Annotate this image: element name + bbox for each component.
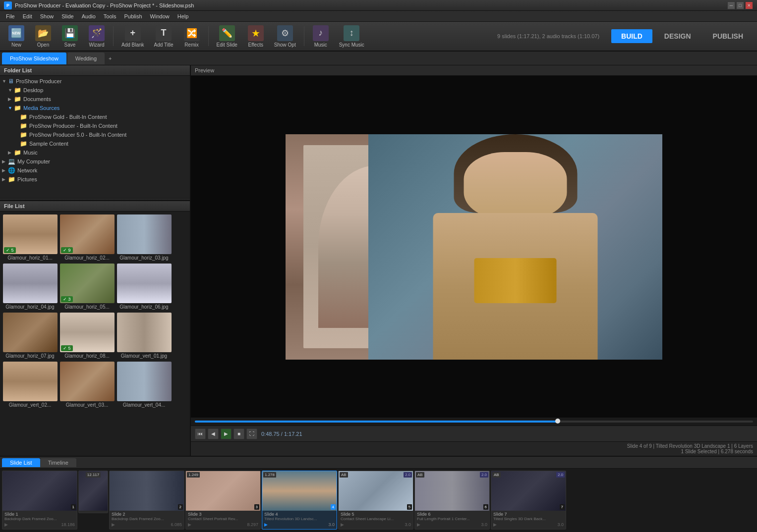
close-button[interactable]: ✕: [745, 1, 753, 9]
menu-audio[interactable]: Audio: [78, 12, 100, 20]
tree-item-sample[interactable]: 📁 Sample Content: [0, 139, 190, 148]
step-back-button[interactable]: ◀: [208, 428, 219, 439]
slide-item-1[interactable]: 1 Slide 1 Backdrop Dark Framed Zoo... ▶ …: [2, 471, 77, 530]
add-title-button[interactable]: T Add Title: [150, 23, 177, 50]
slide-item-3[interactable]: 1.249 3 Slide 3 Contact Sheet Portrait R…: [185, 471, 261, 530]
minimize-button[interactable]: ─: [727, 1, 735, 9]
tree-label-my-computer: My Computer: [17, 159, 50, 164]
file-thumb-glamour-vert-01: [117, 313, 172, 352]
folder-tree[interactable]: ▼ 🖥 ProShow Producer ▼ 📁 Desktop ▶ 📁 Doc…: [0, 76, 190, 198]
slide-item-5[interactable]: AB 5 2.0 Slide 5 Contact Sheet Landscape…: [338, 471, 413, 530]
tree-arrow-network: ▶: [2, 168, 8, 173]
tree-item-music[interactable]: ▶ 📁 Music: [0, 148, 190, 157]
edit-slide-icon: ✏️: [219, 25, 235, 41]
remix-button[interactable]: 🔀 Remix: [179, 23, 204, 50]
folder-icon-pictures: 📁: [8, 176, 15, 183]
effects-button[interactable]: ★ Effects: [243, 23, 268, 50]
tree-item-desktop[interactable]: ▼ 📁 Desktop: [0, 86, 190, 95]
file-item-glamour-01[interactable]: ✓ 5 Glamour_horiz_01...: [2, 213, 58, 262]
folder-icon-music: 📁: [14, 149, 21, 156]
tab-add-button[interactable]: +: [105, 53, 116, 63]
tree-item-proshow-builtin[interactable]: 📁 ProShow Producer - Built-In Content: [0, 121, 190, 130]
preview-progress-bar[interactable]: [195, 421, 753, 423]
add-blank-button[interactable]: + Add Blank: [117, 23, 148, 50]
slide-item-4[interactable]: 1.278 4 Slide 4 Tilted Revolution 3D Lan…: [262, 471, 337, 530]
save-button[interactable]: 💾 Save: [58, 23, 82, 50]
edit-slide-button[interactable]: ✏️ Edit Slide: [213, 23, 241, 50]
slide-item-2[interactable]: 2 Slide 2 Backdrop Dark Framed Zoo... ▶ …: [109, 471, 184, 530]
file-item-glamour-08[interactable]: ✓ 5 Glamour_horiz_08...: [59, 312, 115, 360]
file-item-glamour-03[interactable]: Glamour_horiz_03.jpg: [116, 213, 172, 262]
file-item-glamour-04[interactable]: Glamour_horiz_04.jpg: [2, 263, 58, 311]
open-button[interactable]: 📂 Open: [31, 23, 56, 50]
wizard-button[interactable]: 🪄 Wizard: [84, 23, 109, 50]
fullscreen-button[interactable]: ⛶: [246, 428, 257, 439]
tree-item-proshow-50[interactable]: 📁 ProShow Producer 5.0 - Built-In Conten…: [0, 130, 190, 139]
menu-show[interactable]: Show: [36, 12, 58, 20]
file-item-glamour-06[interactable]: Glamour_horiz_06.jpg: [116, 263, 172, 311]
slide-item-6[interactable]: AB 6 2.0 Slide 6 Full Length Portrait 1 …: [414, 471, 490, 530]
menu-help[interactable]: Help: [174, 12, 193, 20]
window-controls[interactable]: ─ □ ✕: [727, 1, 753, 9]
publish-mode-button[interactable]: PUBLISH: [703, 29, 753, 43]
slide-play-3: ▶: [188, 522, 191, 527]
menu-file[interactable]: File: [2, 12, 19, 20]
menu-window[interactable]: Window: [146, 12, 174, 20]
slide-badge-3: 3: [254, 504, 259, 510]
slide-title-3: Slide 3: [188, 512, 258, 517]
design-mode-button[interactable]: DESIGN: [654, 29, 701, 43]
preview-progress-container[interactable]: [191, 418, 757, 426]
tree-item-network[interactable]: ▶ 🌐 Network: [0, 166, 190, 175]
music-button[interactable]: ♪ Music: [308, 23, 333, 50]
slide-title-7: Slide 7: [493, 512, 564, 517]
tab-slide-list[interactable]: Slide List: [2, 458, 40, 467]
play-button[interactable]: ▶: [221, 428, 232, 439]
tree-arrow-docs: ▶: [8, 97, 14, 102]
tree-item-proshow-producer[interactable]: ▼ 🖥 ProShow Producer: [0, 77, 190, 86]
toolbar: 🆕 New 📂 Open 💾 Save 🪄 Wizard + Add Blank…: [0, 22, 757, 52]
tree-label-network: Network: [17, 167, 37, 173]
sync-music-button[interactable]: ↕ Sync Music: [335, 23, 368, 50]
tree-arrow-music: ▶: [8, 150, 14, 155]
tree-item-proshow-gold[interactable]: 📁 ProShow Gold - Built-In Content: [0, 112, 190, 121]
preview-canvas: [286, 134, 662, 360]
tree-item-pictures[interactable]: ▶ 📁 Pictures: [0, 175, 190, 184]
menu-edit[interactable]: Edit: [19, 12, 36, 20]
file-item-glamour-vert-02[interactable]: Glamour_vert_02...: [2, 361, 58, 409]
show-opt-button[interactable]: ⚙ Show Opt: [270, 23, 300, 50]
tree-item-documents[interactable]: ▶ 📁 Documents: [0, 95, 190, 104]
file-thumb-glamour-06: [117, 264, 172, 303]
new-label: New: [11, 42, 21, 48]
music-icon: ♪: [313, 25, 329, 41]
file-item-glamour-vert-01[interactable]: Glamour_vert_01.jpg: [116, 312, 172, 360]
progress-thumb[interactable]: [555, 419, 560, 424]
slide-item-1b[interactable]: 12.117: [78, 471, 108, 513]
slide-info-2: Slide 2 Backdrop Dark Framed Zoo...: [110, 511, 184, 522]
tab-wedding[interactable]: Wedding: [67, 53, 105, 64]
toolbar-divider-1: [113, 26, 114, 46]
menu-slide[interactable]: Slide: [58, 12, 77, 20]
file-item-glamour-07[interactable]: Glamour_horiz_07.jpg: [2, 312, 58, 360]
slide-item-7[interactable]: AB 7 2.0 Slide 7 Tilted Singles 3D Dark …: [491, 471, 566, 530]
wizard-label: Wizard: [89, 42, 104, 48]
tree-item-my-computer[interactable]: ▶ 💻 My Computer: [0, 157, 190, 166]
file-item-glamour-vert-03[interactable]: Glamour_vert_03...: [59, 361, 115, 409]
maximize-button[interactable]: □: [736, 1, 744, 9]
stop-button[interactable]: ■: [233, 428, 244, 439]
tab-timeline[interactable]: Timeline: [40, 458, 76, 467]
effects-icon: ★: [248, 25, 264, 41]
file-item-glamour-vert-04[interactable]: Glamour_vert_04...: [116, 361, 172, 409]
tree-label-pictures: Pictures: [17, 176, 37, 182]
slide-title-4: Slide 4: [264, 512, 335, 517]
tree-item-media-sources[interactable]: ▼ 📁 Media Sources: [0, 104, 190, 112]
menu-tools[interactable]: Tools: [100, 12, 120, 20]
skip-back-button[interactable]: ⏮: [195, 428, 206, 439]
file-item-glamour-05[interactable]: ✓ 3 Glamour_horiz_05...: [59, 263, 115, 311]
build-mode-button[interactable]: BUILD: [611, 29, 652, 43]
slide-strip[interactable]: 1 Slide 1 Backdrop Dark Framed Zoo... ▶ …: [0, 469, 757, 532]
tab-proshow-slideshow[interactable]: ProShow Slideshow: [2, 53, 66, 64]
slide-thumb-1b: 12.117: [79, 471, 108, 511]
new-button[interactable]: 🆕 New: [4, 23, 29, 50]
menu-publish[interactable]: Publish: [120, 12, 146, 20]
file-item-glamour-02[interactable]: ✓ 9 Glamour_horiz_02...: [59, 213, 115, 262]
